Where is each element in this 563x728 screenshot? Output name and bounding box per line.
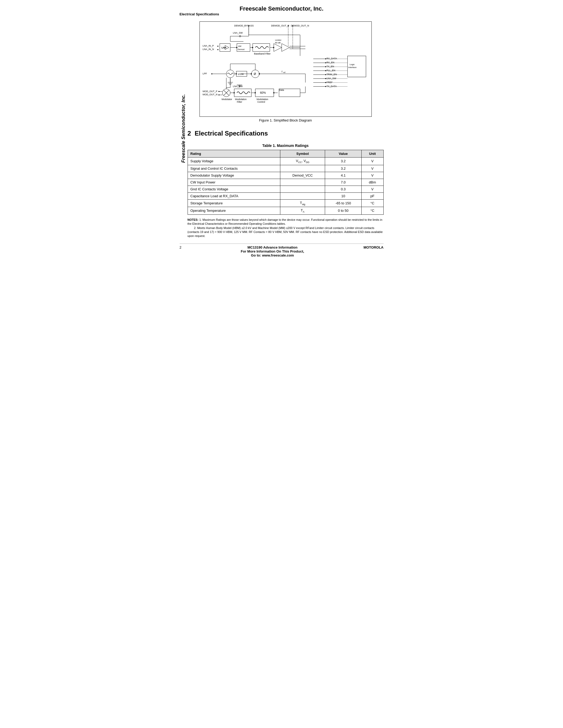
svg-text:RX_EN: RX_EN: [327, 61, 334, 64]
cell-symbol: VCC, VDD: [280, 158, 325, 165]
note-2: 2. Meets Human Body Model (HBM) ≥2.0 kV …: [187, 226, 383, 238]
svg-text:AM: AM: [238, 45, 241, 47]
table-row: Capacitance Load at RX_DATA10pF: [187, 192, 383, 199]
vertical-brand-text: Freescale Semiconductor, Inc.: [181, 94, 186, 163]
cell-rating: Operating Temperature: [187, 207, 280, 215]
svg-text:MOD_OUT_P: MOD_OUT_P: [202, 90, 217, 93]
cell-symbol: [280, 165, 325, 172]
svg-text:RX_DATA: RX_DATA: [327, 57, 337, 60]
cell-value: 0.3: [325, 186, 362, 192]
figure-caption: Figure 1. Simplified Block Diagram: [187, 118, 384, 122]
company-title: Freescale Semiconductor, Inc.: [180, 5, 384, 12]
cell-value: 3.2: [325, 158, 362, 165]
cell-symbol: [280, 179, 325, 186]
cell-symbol: TA: [280, 207, 325, 215]
ratings-table: Rating Symbol Value Unit Supply VoltageV…: [187, 150, 384, 215]
table-row: Signal and Control IC Contacts3.2V: [187, 165, 383, 172]
cell-value: 0 to 50: [325, 207, 362, 215]
cell-value: 7.0: [325, 179, 362, 186]
svg-text:LNA: LNA: [221, 46, 226, 49]
svg-text:Modulator: Modulator: [221, 98, 232, 101]
col-symbol: Symbol: [280, 150, 325, 158]
footer-brand: MOTOROLA: [364, 245, 384, 249]
svg-text:Modulation: Modulation: [235, 98, 247, 101]
cell-value: 10: [325, 192, 362, 199]
svg-text:f: f: [282, 70, 283, 73]
svg-text:Control: Control: [257, 101, 265, 103]
svg-text:TRIM_EN: TRIM_EN: [327, 73, 337, 76]
col-unit: Unit: [361, 150, 383, 158]
svg-text:DEMOD_OUT_N: DEMOD_OUT_N: [291, 24, 309, 27]
svg-text:TX_EN: TX_EN: [327, 65, 334, 68]
svg-text:TX_DATA: TX_DATA: [327, 85, 337, 88]
svg-text:1/256: 1/256: [238, 73, 243, 75]
table-row: Supply VoltageVCC, VDD3.2V: [187, 158, 383, 165]
cell-symbol: Demod_VCC: [280, 172, 325, 179]
block-diagram-svg: DEMOD_BYPASS DEMOD_OUT_P DEMOD_OUT_N LNA…: [199, 21, 372, 117]
col-rating: Rating: [187, 150, 280, 158]
svg-text:Demod: Demod: [238, 48, 244, 51]
cell-symbol: [280, 192, 325, 199]
col-value: Value: [325, 150, 362, 158]
svg-text:LNA_IN_N: LNA_IN_N: [202, 48, 214, 51]
cell-symbol: [280, 186, 325, 192]
svg-text:PLL_EN: PLL_EN: [327, 69, 335, 72]
svg-marker-29: [273, 47, 274, 48]
table-row: Demodulator Supply VoltageDemod_VCC4.1V: [187, 172, 383, 179]
cell-rating: Storage Temperature: [187, 199, 280, 207]
notes-section: NOTES: 1. Maximum Ratings are those valu…: [187, 218, 384, 238]
cell-unit: V: [361, 186, 383, 192]
cell-value: -65 to 150: [325, 199, 362, 207]
table-heading: Table 1. Maximum Ratings: [187, 143, 384, 148]
footer-page-number: 2: [180, 245, 181, 249]
svg-point-7: [217, 46, 218, 47]
notes-label: NOTES:: [187, 218, 199, 221]
page-footer: 2 MC13190 Advance Information For More I…: [180, 244, 384, 257]
svg-point-9: [217, 49, 218, 50]
svg-text:ref: ref: [283, 71, 286, 73]
svg-rect-63: [234, 89, 251, 97]
cell-unit: V: [361, 158, 383, 165]
svg-text:LNA_SW: LNA_SW: [327, 77, 336, 80]
footer-more-info: For More Information On This Product,: [181, 249, 364, 253]
svg-rect-24: [252, 44, 270, 52]
cell-rating: Demodulator Supply Voltage: [187, 172, 280, 179]
cell-symbol: Tstg: [280, 199, 325, 207]
cell-rating: Signal and Control IC Contacts: [187, 165, 280, 172]
svg-marker-65: [234, 92, 235, 94]
svg-text:LNA_SW: LNA_SW: [233, 32, 243, 34]
svg-text:60%: 60%: [260, 91, 266, 94]
svg-text:DEMOD_OUT_P: DEMOD_OUT_P: [271, 24, 289, 27]
svg-text:Modulation: Modulation: [256, 98, 268, 101]
section-number: 2: [187, 130, 191, 137]
svg-marker-72: [273, 92, 274, 94]
svg-text:LPF: LPF: [202, 72, 207, 75]
block-diagram-container: DEMOD_BYPASS DEMOD_OUT_P DEMOD_OUT_N LNA…: [187, 21, 384, 117]
svg-text:Ø: Ø: [253, 72, 256, 75]
table-row: Operating TemperatureTA0 to 50°C: [187, 207, 383, 215]
cell-unit: dBm: [361, 179, 383, 186]
cell-unit: °C: [361, 199, 383, 207]
table-row: CW Input Power7.0dBm: [187, 179, 383, 186]
footer-website: Go to: www.freescale.com: [181, 253, 364, 257]
cell-rating: Supply Voltage: [187, 158, 280, 165]
cell-value: 4.1: [325, 172, 362, 179]
cell-value: 3.2: [325, 165, 362, 172]
svg-marker-45: [236, 73, 237, 75]
svg-text:Interface: Interface: [348, 66, 356, 69]
cell-rating: CW Input Power: [187, 179, 280, 186]
svg-marker-30: [274, 44, 282, 52]
cell-rating: Capacitance Load at RX_DATA: [187, 192, 280, 199]
section-title: Electrical Specifications: [195, 130, 268, 137]
svg-text:Limiter: Limiter: [275, 39, 282, 41]
cell-unit: °C: [361, 207, 383, 215]
svg-text:MOD_OUT_N: MOD_OUT_N: [202, 93, 217, 96]
cell-rating: Gnd IC Contacts Voltage: [187, 186, 280, 192]
svg-marker-31: [282, 44, 290, 52]
svg-text:DEMOD_BYPASS: DEMOD_BYPASS: [234, 24, 253, 27]
section-header: Electrical Specifications: [180, 12, 384, 16]
cell-unit: V: [361, 172, 383, 179]
table-row: Storage TemperatureTstg-65 to 150°C: [187, 199, 383, 207]
svg-text:Baseband Filter: Baseband Filter: [254, 52, 270, 55]
svg-text:LNA_SW: LNA_SW: [233, 85, 243, 88]
